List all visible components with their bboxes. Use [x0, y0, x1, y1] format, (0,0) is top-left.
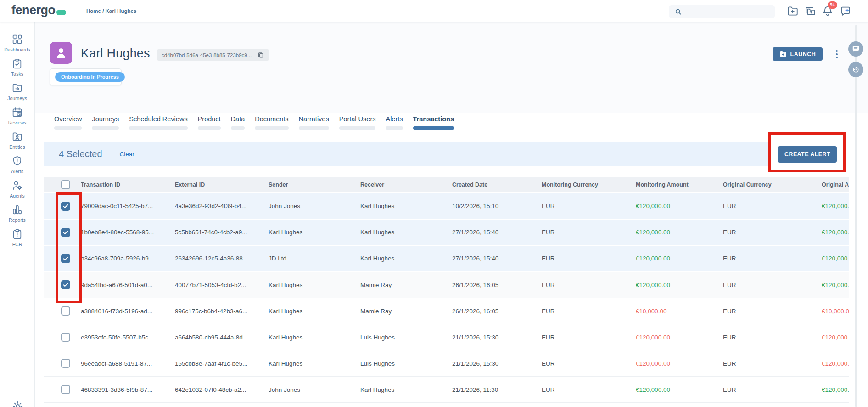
row-checkbox[interactable]	[61, 254, 70, 263]
row-checkbox[interactable]	[61, 202, 70, 211]
column-header-receiver[interactable]: Receiver	[360, 181, 452, 188]
cell-original-amount: €120,000.00	[822, 386, 849, 393]
column-header-original-currency[interactable]: Original Currency	[723, 181, 822, 188]
cell-monitoring-currency: EUR	[542, 255, 636, 262]
column-header-original-amount[interactable]: Original Amount	[822, 181, 849, 188]
tasks-icon	[11, 58, 23, 69]
table-row[interactable]: e3953efc-50fe-5507-b5c...a664b580-cb95-4…	[44, 324, 849, 350]
cell-original-currency: EUR	[723, 282, 822, 288]
tab-data[interactable]: Data	[231, 115, 245, 130]
table-body: 79009dac-0c11-5425-b7...4a3e36d2-93d2-4f…	[44, 193, 849, 403]
entity-id-chip: cd4b07bd-5d6a-45e3-8b85-723b9c9...	[157, 49, 269, 61]
search-input[interactable]	[686, 8, 769, 15]
ai-chat-button[interactable]	[840, 5, 851, 17]
column-header-external-id[interactable]: External ID	[175, 181, 269, 188]
row-checkbox[interactable]	[61, 306, 70, 316]
select-all-checkbox[interactable]	[61, 180, 70, 189]
new-case-folder-button[interactable]	[787, 5, 799, 17]
row-checkbox[interactable]	[61, 280, 70, 289]
table-row[interactable]: a3884016-f73d-5196-ad...996c175c-b6b4-42…	[44, 298, 849, 324]
settings-gear-icon[interactable]	[11, 400, 23, 407]
column-header-monitoring-amount[interactable]: Monitoring Amount	[636, 181, 723, 188]
sidebar: DashboardsTasksJourneysReviewsEntitiesAl…	[0, 22, 35, 407]
row-checkbox[interactable]	[61, 359, 70, 368]
tab-documents[interactable]: Documents	[255, 115, 288, 130]
global-search[interactable]	[669, 5, 775, 18]
table-row[interactable]: 9da54fbd-a676-501d-a0...40077b71-5053-4c…	[44, 272, 849, 298]
comments-fab[interactable]	[848, 41, 863, 57]
cell-sender: Karl Hughes	[269, 229, 360, 236]
sidebar-item-journeys[interactable]: Journeys	[7, 82, 27, 102]
tab-underline	[386, 126, 403, 130]
sidebar-item-tasks[interactable]: Tasks	[11, 58, 23, 77]
logo-text: fenergo	[11, 3, 56, 17]
table-row[interactable]: b34c96a8-709a-5926-b9...26342696-12c5-4a…	[44, 246, 849, 272]
sidebar-item-agents[interactable]: Agents	[10, 180, 25, 199]
tab-scheduled-reviews[interactable]: Scheduled Reviews	[129, 115, 187, 130]
cell-transaction-id: 96eeadcf-a688-5191-87...	[81, 360, 175, 367]
row-checkbox[interactable]	[61, 385, 70, 394]
cell-original-currency: EUR	[723, 203, 822, 209]
more-actions-button[interactable]	[833, 48, 841, 61]
sidebar-item-label: Reviews	[8, 120, 27, 125]
tab-narratives[interactable]: Narratives	[299, 115, 329, 130]
cell-created-date: 27/1/2026, 15:40	[452, 255, 542, 262]
notifications-button[interactable]: 9+	[822, 5, 834, 17]
cell-monitoring-currency: EUR	[542, 386, 636, 393]
cell-external-id: 996c175c-b6b4-42b3-a6...	[175, 308, 269, 315]
copy-icon[interactable]	[257, 51, 264, 59]
tab-product[interactable]: Product	[198, 115, 221, 130]
table-row[interactable]: 96eeadcf-a688-5191-87...155cbb8e-7aaf-4f…	[44, 350, 849, 377]
breadcrumb[interactable]: Home / Karl Hughes	[86, 0, 136, 22]
column-header-transaction-id[interactable]: Transaction ID	[81, 181, 175, 188]
clear-selection-button[interactable]: Clear	[120, 151, 134, 158]
table-row[interactable]: 1b0eb8e4-80ec-5568-95...5c5bb651-74c0-4c…	[44, 220, 849, 246]
alerts-icon	[11, 155, 23, 167]
bulk-import-folders-button[interactable]	[804, 5, 816, 17]
row-checkbox[interactable]	[61, 333, 70, 342]
launch-button[interactable]: LAUNCH	[773, 47, 823, 61]
cell-receiver: Luis Hughes	[360, 334, 452, 341]
row-checkbox[interactable]	[61, 228, 70, 237]
sidebar-item-fcr[interactable]: FCR	[11, 228, 23, 248]
cell-external-id: 40077b71-5053-4cfd-b2...	[175, 282, 269, 288]
cell-transaction-id: 46833391-3d36-5f9b-87...	[81, 386, 175, 393]
create-alert-button[interactable]: CREATE ALERT	[778, 146, 837, 163]
tab-journeys[interactable]: Journeys	[92, 115, 119, 130]
cell-created-date: 26/1/2026, 16:05	[452, 308, 542, 315]
column-header-monitoring-currency[interactable]: Monitoring Currency	[542, 181, 636, 188]
tab-overview[interactable]: Overview	[54, 115, 82, 130]
history-fab[interactable]	[848, 62, 863, 77]
sidebar-item-label: Journeys	[7, 96, 27, 101]
column-header-created-date[interactable]: Created Date	[452, 181, 542, 188]
cell-sender: John Jones	[269, 203, 360, 209]
cell-external-id: 26342696-12c5-4a36-88...	[175, 255, 269, 262]
cell-external-id: a664b580-cb95-444a-8d...	[175, 334, 269, 341]
cell-monitoring-amount: €120,000.00	[636, 334, 723, 341]
cell-original-currency: EUR	[723, 229, 822, 236]
cell-created-date: 21/1/2026, 11:30	[452, 386, 542, 393]
sidebar-item-alerts[interactable]: Alerts	[11, 155, 23, 175]
cell-sender: Karl Hughes	[269, 282, 360, 288]
tab-alerts[interactable]: Alerts	[386, 115, 403, 130]
agents-icon	[11, 180, 23, 191]
cell-transaction-id: 79009dac-0c11-5425-b7...	[81, 203, 175, 209]
table-row[interactable]: 79009dac-0c11-5425-b7...4a3e36d2-93d2-4f…	[44, 193, 849, 220]
selected-count: 4 Selected	[59, 149, 102, 159]
cell-receiver: Karl Hughes	[360, 229, 452, 236]
sidebar-item-entities[interactable]: Entities	[9, 131, 25, 150]
sidebar-item-dashboards[interactable]: Dashboards	[4, 34, 30, 53]
sidebar-item-reports[interactable]: Reports	[9, 204, 26, 223]
tab-transactions[interactable]: Transactions	[413, 115, 454, 130]
table-row[interactable]: 46833391-3d36-5f9b-87...642e1032-07f0-48…	[44, 377, 849, 403]
cell-external-id: 4a3e36d2-93d2-4f39-b4...	[175, 203, 269, 209]
fenergo-logo[interactable]: fenergo	[11, 3, 66, 17]
tab-portal-users[interactable]: Portal Users	[339, 115, 376, 130]
cell-receiver: Karl Hughes	[360, 203, 452, 209]
cell-sender: JD Ltd	[269, 255, 360, 262]
scrollbar[interactable]	[855, 25, 857, 407]
sidebar-item-reviews[interactable]: Reviews	[8, 107, 27, 126]
cell-monitoring-currency: EUR	[542, 334, 636, 341]
sidebar-item-label: Entities	[9, 144, 25, 150]
column-header-sender[interactable]: Sender	[269, 181, 360, 188]
